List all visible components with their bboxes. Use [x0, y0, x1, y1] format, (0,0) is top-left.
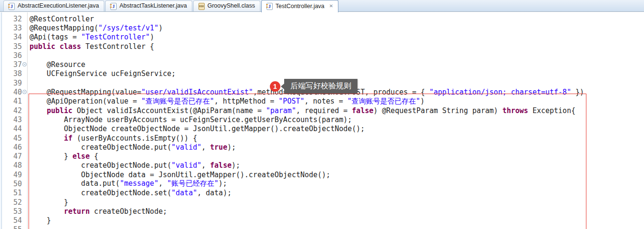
code-line[interactable]: 47 } else { — [0, 152, 644, 161]
code-line[interactable]: 50 data.put("message", "账号已经存在"); — [0, 179, 644, 188]
tab-label: GroovyShell.class — [208, 2, 255, 9]
code-text: createObjectNode.set("data", data); — [30, 189, 231, 197]
code-text: ObjectNode data = JsonUtil.getMapper().c… — [30, 171, 330, 179]
code-text: public class TestController { — [30, 42, 154, 51]
code-line[interactable]: 44 ObjectNode createObjectNode = JsonUti… — [0, 124, 644, 134]
tab-abstractexecutionlistener-java[interactable]: JAbstractExecutionListener.java — [3, 0, 104, 11]
line-number: 55 — [0, 225, 22, 229]
line-number: 45 — [0, 134, 22, 143]
code-line[interactable]: 55 — [0, 225, 644, 229]
code-line[interactable]: 33@RequestMapping("/sys/test/v1") — [0, 23, 644, 32]
code-text: } else { — [30, 152, 99, 161]
close-icon[interactable]: ✕ — [329, 3, 333, 9]
code-line[interactable]: 36 — [0, 51, 644, 60]
annotation-badge: 1 — [270, 81, 280, 92]
fold-marker-icon[interactable] — [22, 62, 27, 67]
tab-label: TestController.java — [276, 3, 325, 10]
tab-label: AbstractExecutionListener.java — [18, 2, 99, 9]
line-number: 34 — [0, 33, 22, 41]
code-line[interactable]: 43 ArrayNode userByAccounts = ucFeignSer… — [0, 115, 644, 124]
line-number: 46 — [0, 143, 22, 152]
code-editor[interactable]: 32@RestController33@RequestMapping("/sys… — [0, 12, 644, 229]
tab-groovyshell-class[interactable]: 010GroovyShell.class — [193, 0, 260, 11]
tab-testcontroller-java[interactable]: JTestController.java✕ — [261, 0, 338, 12]
code-line[interactable]: 45 if (userByAccounts.isEmpty()) { — [0, 134, 644, 143]
tab-label: AbstractTaskListener.java — [119, 2, 187, 9]
code-line[interactable]: 51 createObjectNode.set("data", data); — [0, 189, 644, 198]
code-text: @Resource — [30, 60, 85, 69]
code-line[interactable]: 38 UCFeignService ucFeignService; — [0, 69, 644, 78]
code-text: @ApiOperation(value = "查询账号是否已存在", httpM… — [30, 97, 425, 106]
code-line[interactable]: 41 @ApiOperation(value = "查询账号是否已存在", ht… — [0, 97, 644, 106]
line-number: 54 — [0, 216, 22, 225]
line-number: 32 — [0, 15, 22, 23]
line-number: 51 — [0, 189, 22, 197]
code-line[interactable]: 32@RestController — [0, 14, 644, 23]
code-text: UCFeignService ucFeignService; — [30, 69, 176, 78]
line-number: 42 — [0, 106, 22, 115]
code-text: return createObjectNode; — [30, 207, 167, 216]
java-file-icon: J — [110, 3, 117, 10]
code-text: public Object validIsAccountExist(@ApiPa… — [30, 106, 575, 115]
code-line[interactable]: 52 } — [0, 198, 644, 207]
line-number: 48 — [0, 161, 22, 170]
code-line[interactable]: 42 public Object validIsAccountExist(@Ap… — [0, 106, 644, 115]
line-number: 52 — [0, 198, 22, 207]
line-number: 47 — [0, 152, 22, 161]
code-line[interactable]: 48 createObjectNode.put("valid", false); — [0, 161, 644, 170]
code-line[interactable]: 37 @Resource — [0, 60, 644, 69]
code-line[interactable]: 54 } — [0, 216, 644, 225]
code-line[interactable]: 46 createObjectNode.put("valid", true); — [0, 143, 644, 152]
code-text: if (userByAccounts.isEmpty()) { — [30, 134, 197, 143]
line-number: 43 — [0, 115, 22, 124]
gutter-separator — [27, 12, 28, 229]
class-file-icon: 010 — [198, 3, 205, 10]
code-line[interactable]: 35public class TestController { — [0, 42, 644, 51]
line-number: 37 — [0, 60, 22, 69]
line-number: 39 — [0, 79, 22, 87]
line-number: 49 — [0, 171, 22, 179]
line-number: 50 — [0, 180, 22, 188]
line-number: 38 — [0, 69, 22, 78]
code-line[interactable]: 53 return createObjectNode; — [0, 207, 644, 216]
code-text: ObjectNode createObjectNode = JsonUtil.g… — [30, 124, 365, 133]
java-file-icon: J — [267, 3, 273, 10]
line-number: 44 — [0, 124, 22, 133]
code-text: } — [30, 198, 68, 207]
tab-abstracttasklistener-java[interactable]: JAbstractTaskListener.java — [105, 0, 192, 11]
fold-marker-icon[interactable] — [22, 90, 27, 94]
code-text: data.put("message", "账号已经存在"); — [30, 179, 227, 188]
java-file-icon: J — [9, 3, 15, 10]
code-text: ArrayNode userByAccounts = ucFeignServic… — [30, 115, 352, 124]
code-text: @RestController — [30, 15, 94, 23]
line-number: 53 — [0, 207, 22, 216]
code-area[interactable]: 32@RestController33@RequestMapping("/sys… — [0, 14, 644, 229]
code-line[interactable]: 49 ObjectNode data = JsonUtil.getMapper(… — [0, 170, 644, 179]
code-text: @Api(tags = "TestController") — [30, 33, 154, 41]
line-number: 33 — [0, 24, 22, 32]
code-text: createObjectNode.put("valid", true); — [30, 143, 236, 152]
code-text: createObjectNode.put("valid", false); — [30, 161, 240, 170]
code-line[interactable]: 34@Api(tags = "TestController") — [0, 33, 644, 42]
line-number: 36 — [0, 51, 22, 60]
line-number: 35 — [0, 42, 22, 51]
line-number: 40 — [0, 88, 22, 96]
line-number: 41 — [0, 97, 22, 105]
code-text: } — [30, 216, 51, 225]
code-text: @RequestMapping("/sys/test/v1") — [30, 24, 163, 32]
tab-bar: JAbstractExecutionListener.javaJAbstract… — [0, 0, 644, 12]
annotation-tooltip: 后端写好校验规则 — [284, 79, 357, 94]
